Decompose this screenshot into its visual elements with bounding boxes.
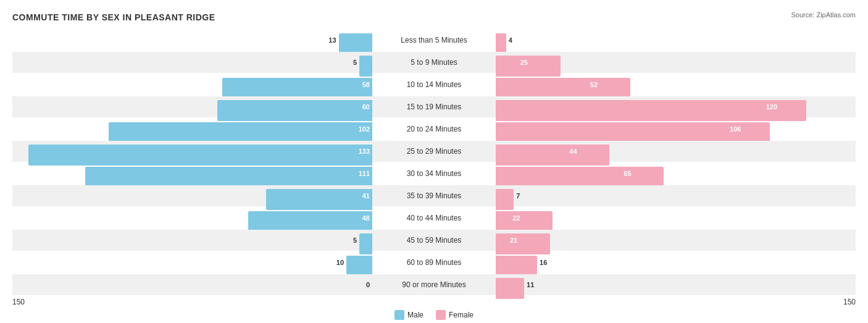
male-bar [359,233,372,254]
chart-title: COMMUTE TIME BY SEX IN PLEASANT RIDGE [12,12,856,22]
axis-labels: 150 150 [12,298,856,306]
male-bar [248,211,372,232]
rows-wrapper: Less than 5 Minutes1345 to 9 Minutes5251… [12,30,856,295]
male-value: 41 [362,192,370,199]
bar-row: 10 to 14 Minutes5852 [12,74,856,95]
male-value: 60 [362,103,370,111]
legend: Male Female [12,310,856,320]
row-label: 40 to 44 Minutes [372,214,496,222]
female-bar [496,122,770,143]
female-value: 106 [730,125,741,133]
bar-row: 5 to 9 Minutes525 [12,52,856,73]
male-bar [28,145,372,166]
female-value: 16 [540,259,547,266]
row-label: 15 to 19 Minutes [372,103,496,111]
bar-row: 25 to 29 Minutes13344 [12,141,856,162]
female-bar [496,233,550,254]
axis-right: 150 [843,298,856,306]
row-label: Less than 5 Minutes [372,36,496,44]
male-bar [109,122,372,143]
male-bar [85,167,372,188]
male-value: 58 [362,81,370,88]
female-value: 44 [569,148,577,155]
male-value: 10 [336,259,344,266]
female-bar [496,33,506,54]
male-bar [359,56,372,77]
female-bar [496,145,609,166]
male-bar [266,189,372,210]
male-bar [217,100,372,121]
female-value: 4 [509,36,512,44]
bar-row: Less than 5 Minutes134 [12,30,856,51]
female-value: 120 [766,103,777,111]
male-value: 0 [366,281,370,288]
row-label: 25 to 29 Minutes [372,147,496,156]
bar-row: 60 to 89 Minutes1016 [12,252,856,273]
row-label: 30 to 34 Minutes [372,169,496,178]
male-value: 133 [359,148,370,155]
female-bar [496,167,664,188]
row-label: 45 to 59 Minutes [372,236,496,245]
female-value: 52 [590,81,598,88]
male-value: 5 [353,237,357,244]
female-bar [496,100,806,121]
source-label: Source: ZipAtlas.com [791,11,856,19]
female-value: 21 [510,237,517,244]
legend-male-label: Male [407,311,424,319]
bar-row: 45 to 59 Minutes521 [12,230,856,251]
female-value: 25 [520,59,528,66]
legend-female-label: Female [449,311,474,319]
female-bar [496,211,553,232]
female-bar [496,78,630,99]
row-label: 60 to 89 Minutes [372,258,496,267]
legend-female: Female [436,310,474,320]
male-value: 13 [328,36,336,44]
female-value: 7 [516,192,520,199]
male-bar [222,78,372,99]
row-label: 35 to 39 Minutes [372,191,496,200]
male-value: 102 [359,125,370,133]
male-value: 5 [353,59,357,66]
female-bar [496,256,537,277]
male-bar [339,33,372,54]
bar-row: 30 to 34 Minutes11165 [12,163,856,184]
male-value: 111 [359,170,370,177]
legend-female-box [436,310,446,320]
legend-male: Male [394,310,424,320]
female-bar [496,56,561,77]
bar-row: 20 to 24 Minutes102106 [12,119,856,140]
female-bar [496,278,524,299]
male-value: 48 [362,214,370,222]
row-label: 20 to 24 Minutes [372,125,496,133]
female-value: 22 [512,214,520,222]
axis-left: 150 [12,298,25,306]
chart-container: COMMUTE TIME BY SEX IN PLEASANT RIDGE So… [0,0,868,323]
legend-male-box [394,310,404,320]
row-label: 10 to 14 Minutes [372,80,496,89]
male-bar [346,256,372,277]
female-value: 65 [624,170,631,177]
female-bar [496,189,514,210]
bar-row: 40 to 44 Minutes4822 [12,208,856,229]
row-label: 90 or more Minutes [372,280,496,289]
female-value: 11 [527,281,534,288]
row-label: 5 to 9 Minutes [372,58,496,67]
bar-row: 90 or more Minutes011 [12,274,856,295]
bar-row: 15 to 19 Minutes60120 [12,96,856,117]
bar-row: 35 to 39 Minutes417 [12,185,856,206]
